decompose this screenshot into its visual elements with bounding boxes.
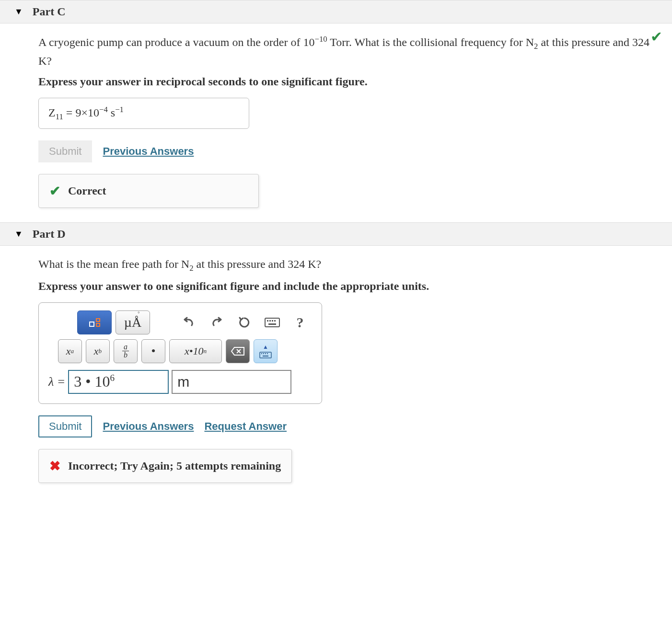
svg-rect-3 xyxy=(272,320,273,322)
caret-down-icon: ▼ xyxy=(14,229,23,239)
check-icon: ✔ xyxy=(49,183,60,199)
dot-button[interactable]: • xyxy=(141,339,165,363)
reset-button[interactable] xyxy=(232,310,256,334)
fraction-button[interactable]: ab xyxy=(114,339,138,363)
answer-input-row: λ = 3 • 106 m xyxy=(48,370,312,394)
part-d-title: Part D xyxy=(33,228,66,241)
feedback-message: Correct xyxy=(68,184,106,197)
part-c-question: A cryogenic pump can produce a vacuum on… xyxy=(38,33,662,69)
keyboard-toggle-button[interactable]: ▲ xyxy=(254,339,278,363)
equation-editor: µÅ° ? xa xb ab xyxy=(38,302,322,404)
value-input[interactable]: 3 • 106 xyxy=(68,370,169,394)
request-answer-link[interactable]: Request Answer xyxy=(204,420,287,433)
svg-rect-7 xyxy=(261,353,262,354)
svg-rect-4 xyxy=(274,320,276,322)
previous-answers-link[interactable]: Previous Answers xyxy=(103,145,194,158)
part-d-feedback: ✖ Incorrect; Try Again; 5 attempts remai… xyxy=(38,449,292,483)
part-d-instruction: Express your answer to one significant f… xyxy=(38,280,662,293)
part-c-feedback: ✔ Correct xyxy=(38,174,259,208)
svg-rect-9 xyxy=(265,353,266,354)
svg-rect-5 xyxy=(268,323,276,325)
previous-answers-link[interactable]: Previous Answers xyxy=(103,420,194,433)
toolbar-row-2: xa xb ab • x•10n ▲ xyxy=(58,339,312,363)
help-button[interactable]: ? xyxy=(288,310,312,334)
check-icon: ✔ xyxy=(650,28,662,45)
x-icon: ✖ xyxy=(49,458,60,474)
part-c-title: Part C xyxy=(33,5,66,18)
svg-rect-8 xyxy=(263,353,264,354)
submit-button: Submit xyxy=(38,140,92,162)
subscript-button[interactable]: xb xyxy=(86,339,110,363)
undo-button[interactable] xyxy=(177,310,201,334)
svg-rect-1 xyxy=(267,320,268,322)
variable-label: λ = xyxy=(48,375,65,389)
part-c-header[interactable]: ▼ Part C xyxy=(0,0,672,23)
svg-rect-6 xyxy=(260,352,271,358)
feedback-message: Incorrect; Try Again; 5 attempts remaini… xyxy=(68,460,281,472)
toolbar-row-1: µÅ° ? xyxy=(77,310,312,334)
backspace-button[interactable] xyxy=(226,339,250,363)
caret-down-icon: ▼ xyxy=(14,7,23,17)
unit-input[interactable]: m xyxy=(172,370,291,394)
part-c-body: A cryogenic pump can produce a vacuum on… xyxy=(0,23,672,222)
templates-button[interactable] xyxy=(77,310,112,334)
keyboard-button[interactable] xyxy=(260,310,284,334)
part-c-answer-box: Z11 = 9×10−4 s−1 xyxy=(38,98,249,129)
superscript-button[interactable]: xa xyxy=(58,339,82,363)
svg-rect-2 xyxy=(269,320,271,322)
scientific-notation-button[interactable]: x•10n xyxy=(169,339,222,363)
part-d-header[interactable]: ▼ Part D xyxy=(0,222,672,246)
part-d-question: What is the mean free path for N2 at thi… xyxy=(38,255,662,274)
svg-rect-11 xyxy=(263,356,268,356)
redo-button[interactable] xyxy=(205,310,229,334)
svg-rect-10 xyxy=(267,353,268,354)
part-c-instruction: Express your answer in reciprocal second… xyxy=(38,75,662,88)
units-button[interactable]: µÅ° xyxy=(116,310,150,334)
svg-rect-0 xyxy=(265,318,279,327)
part-d-body: What is the mean free path for N2 at thi… xyxy=(0,246,672,497)
submit-button[interactable]: Submit xyxy=(38,415,92,437)
